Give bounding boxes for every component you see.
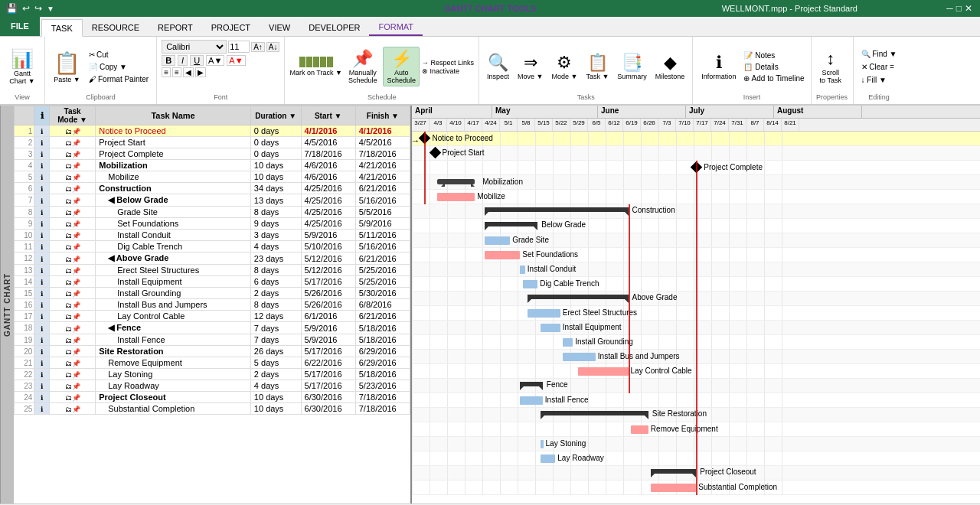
tab-report[interactable]: REPORT xyxy=(149,19,202,36)
gantt-month-july: July xyxy=(686,106,774,118)
table-row[interactable]: 15 ℹ 🗂📌 Install Grounding 2 days 5/26/20… xyxy=(15,288,410,299)
table-row[interactable]: 1 ℹ 🗂📌 Notice to Proceed 0 days 4/1/2016… xyxy=(15,125,410,137)
gantt-icon: 📊 xyxy=(11,48,34,70)
italic-btn[interactable]: I xyxy=(178,55,188,66)
fill-btn[interactable]: ↓ Fill ▼ xyxy=(858,74,900,86)
inspect-btn[interactable]: 🔍 Inspect xyxy=(484,50,512,83)
close-btn[interactable]: ✕ xyxy=(965,3,972,14)
tab-resource[interactable]: RESOURCE xyxy=(83,19,149,36)
table-row[interactable]: 16 ℹ 🗂📌 Install Bus and Jumpers 8 days 5… xyxy=(15,299,410,311)
col-header-finish[interactable]: Finish ▼ xyxy=(355,106,410,125)
manually-schedule-btn[interactable]: 📌 ManuallySchedule xyxy=(345,47,381,86)
date-710: 7/10 xyxy=(676,119,694,131)
col-header-start[interactable]: Start ▼ xyxy=(301,106,355,125)
brush-icon: 🖌 xyxy=(89,75,96,83)
tab-format[interactable]: FORMAT xyxy=(369,19,423,36)
gantt-bar xyxy=(528,309,560,318)
bold-btn[interactable]: B xyxy=(162,55,175,66)
tab-developer[interactable]: DEVELOPER xyxy=(299,19,369,36)
underline-btn[interactable]: U xyxy=(190,55,204,66)
font-family-select[interactable]: Calibri xyxy=(162,40,227,54)
outdent-btn[interactable]: ◀ xyxy=(183,67,194,77)
gantt-bar-label: Lay Control Cable xyxy=(631,367,692,375)
tab-view[interactable]: VIEW xyxy=(260,19,299,36)
gantt-bar-label: Project Complete xyxy=(704,163,763,171)
details-btn[interactable]: 📋 Details xyxy=(742,62,805,72)
table-row[interactable]: 22 ℹ 🗂📌 Lay Stoning 2 days 5/17/2016 5/1… xyxy=(15,369,410,380)
increase-font-btn[interactable]: A↑ xyxy=(251,42,265,52)
undo-icon[interactable]: ↩ xyxy=(22,3,30,14)
cut-btn[interactable]: ✂ Cut xyxy=(86,49,152,60)
tab-file[interactable]: FILE xyxy=(0,16,40,36)
table-row[interactable]: 25 ℹ 🗂📌 Substantial Completion 10 days 6… xyxy=(15,403,410,415)
table-row[interactable]: 12 ℹ 🗂📌 ◀ Above Grade 23 days 5/12/2016 … xyxy=(15,252,410,265)
table-row[interactable]: 24 ℹ 🗂📌 Project Closeout 10 days 6/30/20… xyxy=(15,392,410,403)
customize-icon[interactable]: ▼ xyxy=(47,5,54,13)
add-timeline-btn[interactable]: ⊕ Add to Timeline xyxy=(742,73,805,83)
table-row[interactable]: 8 ℹ 🗂📌 Grade Site 8 days 4/25/2016 5/5/2… xyxy=(15,207,410,218)
table-row[interactable]: 11 ℹ 🗂📌 Dig Cable Trench 4 days 5/10/201… xyxy=(15,241,410,252)
col-header-duration[interactable]: Duration ▼ xyxy=(250,106,301,125)
table-row[interactable]: 9 ℹ 🗂📌 Set Foundations 9 days 4/25/2016 … xyxy=(15,218,410,230)
notes-btn[interactable]: 📝 Notes xyxy=(742,50,805,60)
tab-project[interactable]: PROJECT xyxy=(202,19,260,36)
table-row[interactable]: 6 ℹ 🗂📌 Construction 34 days 4/25/2016 6/… xyxy=(15,183,410,194)
gantt-bar-label: Install Conduit xyxy=(528,265,576,273)
col-header-mode[interactable]: TaskMode ▼ xyxy=(49,106,95,125)
table-row[interactable]: 14 ℹ 🗂📌 Install Equipment 6 days 5/17/20… xyxy=(15,276,410,288)
gantt-row: Lay Stoning xyxy=(412,437,980,451)
inactivate-btn[interactable]: ⊗ Inactivate xyxy=(422,67,474,75)
auto-schedule-btn[interactable]: ⚡ AutoSchedule xyxy=(383,47,420,86)
gantt-bar-label: Erect Steel Structures xyxy=(563,308,637,317)
font-size-input[interactable] xyxy=(228,41,250,53)
auto-icon: ⚡ xyxy=(391,49,412,69)
clear-btn[interactable]: ✕ Clear = xyxy=(858,61,900,73)
table-row[interactable]: 23 ℹ 🗂📌 Lay Roadway 4 days 5/17/2016 5/2… xyxy=(15,380,410,392)
copy-btn[interactable]: 📄 Copy ▼ xyxy=(86,61,152,73)
align-left-btn[interactable]: ≡ xyxy=(162,67,171,77)
paste-btn[interactable]: 📋 Paste ▼ xyxy=(50,48,84,86)
table-row[interactable]: 20 ℹ 🗂📌 Site Restoration 26 days 5/17/20… xyxy=(15,346,410,357)
table-row[interactable]: 5 ℹ 🗂📌 Mobilize 10 days 4/6/2016 4/21/20… xyxy=(15,171,410,183)
ribbon-group-font: Calibri A↑ A↓ B I U A▼ A▼ ≡ ≡ ◀ ▶ Font xyxy=(157,37,285,104)
table-row[interactable]: 21 ℹ 🗂📌 Remove Equipment 5 days 6/22/201… xyxy=(15,357,410,369)
date-717: 7/17 xyxy=(694,119,711,131)
task-btn[interactable]: 📋 Task ▼ xyxy=(583,50,612,83)
date-65: 6/5 xyxy=(588,119,606,131)
col-header-name[interactable]: Task Name xyxy=(96,106,251,125)
align-center-btn[interactable]: ≡ xyxy=(172,67,181,77)
table-row[interactable]: 10 ℹ 🗂📌 Install Conduit 3 days 5/9/2016 … xyxy=(15,230,410,241)
gantt-bar xyxy=(541,440,544,448)
table-row[interactable]: 19 ℹ 🗂📌 Install Fence 7 days 5/9/2016 5/… xyxy=(15,334,410,346)
format-painter-btn[interactable]: 🖌 Format Painter xyxy=(86,73,152,85)
move-icon: ⇒ xyxy=(524,53,537,73)
table-row[interactable]: 17 ℹ 🗂📌 Lay Control Cable 12 days 6/1/20… xyxy=(15,311,410,322)
summary-btn[interactable]: 📑 Summary xyxy=(614,50,650,83)
mark-on-track-btn[interactable]: Mark on Track ▼ xyxy=(289,69,341,77)
respect-links-btn[interactable]: → Respect Links xyxy=(422,59,474,67)
font-color-btn[interactable]: A▼ xyxy=(227,55,245,66)
table-row[interactable]: 3 ℹ 🗂📌 Project Complete 0 days 7/18/2016… xyxy=(15,148,410,160)
save-icon[interactable]: 💾 xyxy=(6,3,18,14)
gantt-bar xyxy=(578,367,629,376)
move-btn[interactable]: ⇒ Move ▼ xyxy=(514,50,546,83)
redo-icon[interactable]: ↪ xyxy=(34,3,42,14)
find-btn[interactable]: 🔍 Find ▼ xyxy=(858,48,900,60)
tab-task[interactable]: TASK xyxy=(41,19,83,37)
highlight-color-btn[interactable]: A▼ xyxy=(206,55,224,66)
indent-btn[interactable]: ▶ xyxy=(195,67,206,77)
scroll-to-task-btn[interactable]: ↕ Scrollto Task xyxy=(816,47,845,86)
table-row[interactable]: 13 ℹ 🗂📌 Erect Steel Structures 8 days 5/… xyxy=(15,265,410,276)
table-row[interactable]: 2 ℹ 🗂📌 Project Start 0 days 4/5/2016 4/5… xyxy=(15,137,410,148)
information-btn[interactable]: ℹ Information xyxy=(697,50,740,83)
table-row[interactable]: 7 ℹ 🗂📌 ◀ Below Grade 13 days 4/25/2016 5… xyxy=(15,194,410,207)
table-row[interactable]: 4 ℹ 🗂📌 Mobilization 10 days 4/6/2016 4/2… xyxy=(15,160,410,171)
milestone-btn[interactable]: ◆ Milestone xyxy=(652,50,688,83)
decrease-font-btn[interactable]: A↓ xyxy=(266,42,280,52)
maximize-btn[interactable]: □ xyxy=(956,3,962,14)
table-row[interactable]: 18 ℹ 🗂📌 ◀ Fence 7 days 5/9/2016 5/18/201… xyxy=(15,322,410,334)
gantt-date-header: 3/27 4/3 4/10 4/17 4/24 5/1 5/8 5/15 5/2… xyxy=(412,119,980,132)
mode-btn[interactable]: ⚙ Mode ▼ xyxy=(548,50,580,83)
minimize-btn[interactable]: ─ xyxy=(946,3,953,14)
gantt-chart-btn[interactable]: 📊 GanttChart ▼ xyxy=(5,46,40,88)
